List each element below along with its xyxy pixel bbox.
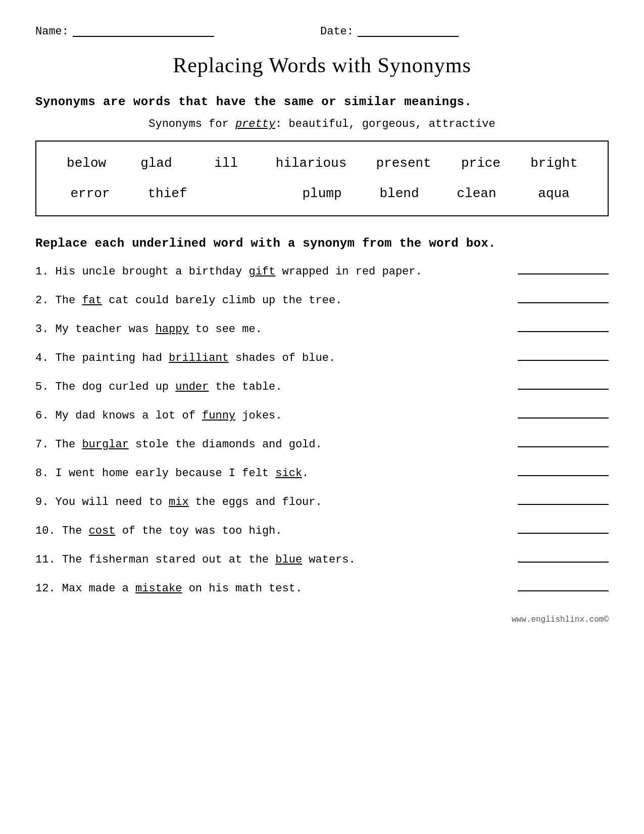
- word-present: present: [376, 156, 431, 171]
- section-instruction: Replace each underlined word with a syno…: [35, 237, 609, 250]
- name-label: Name:: [35, 25, 69, 38]
- name-section: Name:: [35, 25, 214, 38]
- example-prefix: Synonyms for: [148, 118, 235, 130]
- definition-text: Synonyms are words that have the same or…: [35, 95, 609, 109]
- synonyms-example: Synonyms for pretty: beautiful, gorgeous…: [35, 118, 609, 130]
- date-label: Date:: [320, 25, 354, 38]
- exercise-9-text: 9. You will need to mix the eggs and flo…: [35, 496, 508, 508]
- word-hilarious: hilarious: [276, 156, 346, 171]
- exercise-5: 5. The dog curled up under the table.: [35, 381, 609, 393]
- exercise-4: 4. The painting had brilliant shades of …: [35, 352, 609, 364]
- footer-text: www.englishlinx.com©: [512, 615, 609, 624]
- exercise-1: 1. His uncle brought a birthday gift wra…: [35, 265, 609, 278]
- example-word: pretty: [235, 118, 275, 130]
- word-aqua: aqua: [534, 186, 574, 201]
- word-box-row-1: below glad ill hilarious present price b…: [52, 151, 592, 178]
- exercise-5-text: 5. The dog curled up under the table.: [35, 381, 508, 393]
- exercise-9: 9. You will need to mix the eggs and flo…: [35, 496, 609, 508]
- word-box: below glad ill hilarious present price b…: [35, 141, 609, 216]
- exercise-6: 6. My dad knows a lot of funny jokes.: [35, 409, 609, 422]
- answer-line-2[interactable]: [518, 302, 609, 303]
- exercise-12: 12. Max made a mistake on his math test.: [35, 582, 609, 595]
- answer-line-6[interactable]: [518, 418, 609, 419]
- exercise-7: 7. The burglar stole the diamonds and go…: [35, 438, 609, 451]
- exercise-8: 8. I went home early because I felt sick…: [35, 467, 609, 480]
- name-line[interactable]: [73, 27, 214, 37]
- answer-line-12[interactable]: [518, 590, 609, 591]
- footer: www.englishlinx.com©: [35, 615, 609, 624]
- word-below: below: [66, 156, 107, 171]
- exercise-1-text: 1. His uncle brought a birthday gift wra…: [35, 265, 508, 278]
- word-price: price: [461, 156, 501, 171]
- word-glad: glad: [136, 156, 176, 171]
- exercise-3-text: 3. My teacher was happy to see me.: [35, 323, 508, 336]
- word-bright: bright: [530, 156, 578, 171]
- exercise-3: 3. My teacher was happy to see me.: [35, 323, 609, 336]
- date-line[interactable]: [358, 27, 459, 37]
- exercises-container: 1. His uncle brought a birthday gift wra…: [35, 265, 609, 595]
- answer-line-3[interactable]: [518, 331, 609, 332]
- exercise-6-text: 6. My dad knows a lot of funny jokes.: [35, 409, 508, 422]
- exercise-11-text: 11. The fisherman stared out at the blue…: [35, 553, 508, 566]
- word-clean: clean: [457, 186, 497, 201]
- exercise-7-text: 7. The burglar stole the diamonds and go…: [35, 438, 508, 451]
- answer-line-8[interactable]: [518, 475, 609, 476]
- exercise-2: 2. The fat cat could barely climb up the…: [35, 294, 609, 307]
- word-plump: plump: [302, 186, 342, 201]
- answer-line-1[interactable]: [518, 273, 609, 274]
- word-box-row-2: error thief plump blend clean aqua: [52, 178, 592, 206]
- answer-line-9[interactable]: [518, 504, 609, 505]
- word-blend: blend: [379, 186, 420, 201]
- exercise-11: 11. The fisherman stared out at the blue…: [35, 553, 609, 566]
- word-blank: [225, 186, 265, 201]
- answer-line-11[interactable]: [518, 562, 609, 563]
- example-suffix: : beautiful, gorgeous, attractive: [275, 118, 496, 130]
- word-error: error: [70, 186, 111, 201]
- date-section: Date:: [320, 25, 459, 38]
- answer-line-7[interactable]: [518, 446, 609, 447]
- exercise-4-text: 4. The painting had brilliant shades of …: [35, 352, 508, 364]
- page-title: Replacing Words with Synonyms: [35, 53, 609, 77]
- word-thief: thief: [147, 186, 188, 201]
- answer-line-5[interactable]: [518, 389, 609, 390]
- exercise-12-text: 12. Max made a mistake on his math test.: [35, 582, 508, 595]
- exercise-8-text: 8. I went home early because I felt sick…: [35, 467, 508, 480]
- exercise-10: 10. The cost of the toy was too high.: [35, 525, 609, 537]
- header: Name: Date:: [35, 25, 609, 38]
- exercise-2-text: 2. The fat cat could barely climb up the…: [35, 294, 508, 307]
- exercise-10-text: 10. The cost of the toy was too high.: [35, 525, 508, 537]
- word-ill: ill: [206, 156, 246, 171]
- answer-line-10[interactable]: [518, 533, 609, 534]
- answer-line-4[interactable]: [518, 360, 609, 361]
